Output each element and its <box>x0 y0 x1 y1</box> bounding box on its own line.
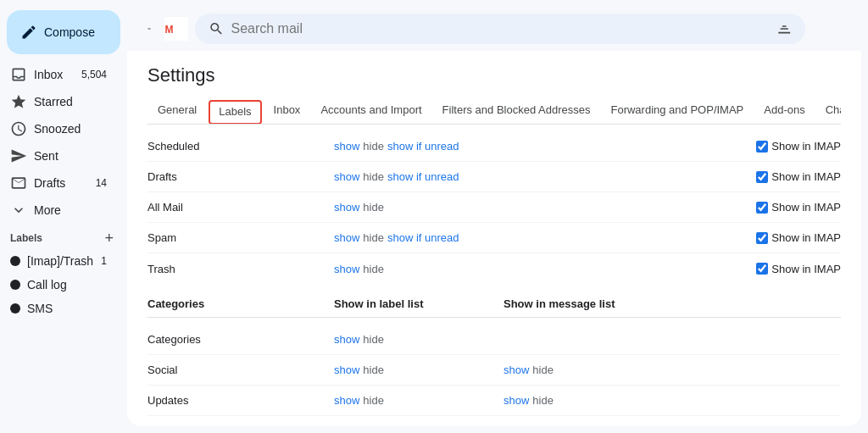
compose-icon <box>20 24 37 41</box>
table-row: Trash show hide Show in IMAP <box>147 253 841 284</box>
imap-label: Show in IMAP <box>771 140 841 153</box>
gmail-logo-icon: M <box>164 17 188 41</box>
table-row: Social show hide show hide <box>147 355 841 386</box>
add-label-button[interactable]: + <box>104 230 114 246</box>
tab-labels[interactable]: Labels <box>209 100 261 125</box>
imap-label: Show in IMAP <box>771 231 841 244</box>
sidebar: Compose Inbox 5,504 Starred Snoozed Sent <box>0 0 127 433</box>
show-link[interactable]: show <box>334 263 359 275</box>
star-icon <box>10 93 27 110</box>
show-link[interactable]: show <box>504 364 529 376</box>
imap-trash-badge: 1 <box>101 255 107 267</box>
hide-link[interactable]: hide <box>363 170 384 183</box>
hamburger-icon[interactable] <box>141 20 158 37</box>
category-label-actions: show hide <box>334 425 504 426</box>
category-name: Updates <box>147 394 334 407</box>
hide-link[interactable]: hide <box>363 263 384 275</box>
hide-text: hide <box>363 364 384 376</box>
label-dot-icon <box>10 280 20 290</box>
tab-accounts[interactable]: Accounts and Import <box>310 97 431 125</box>
hide-link[interactable]: hide <box>363 231 384 244</box>
tab-chat[interactable]: Chat and Meet <box>815 97 841 125</box>
sidebar-item-more[interactable]: More <box>0 197 120 224</box>
main-content: M Settings General Labels Inbox Accounts… <box>127 7 861 426</box>
table-row: Scheduled show hide show if unread Show … <box>147 131 841 162</box>
show-link[interactable]: show <box>504 394 529 407</box>
category-msg-actions: show hide <box>504 394 673 407</box>
show-link[interactable]: show <box>334 170 359 183</box>
category-label-actions: show hide <box>334 394 504 407</box>
sidebar-label-call-log[interactable]: Call log <box>0 273 120 297</box>
label-name: All Mail <box>147 201 334 214</box>
show-if-unread-link[interactable]: show if unread <box>387 170 459 183</box>
labels-title: Labels <box>10 232 42 244</box>
hide-text: hide <box>363 394 384 407</box>
search-input[interactable] <box>231 21 769 36</box>
categories-col3: Show in message list <box>504 297 673 310</box>
category-name: Social <box>147 364 334 376</box>
categories-table: Categories show hide Social show hide sh… <box>147 325 841 426</box>
imap-label: Show in IMAP <box>771 201 841 214</box>
categories-section-header: Categories Show in label list Show in me… <box>147 291 841 318</box>
hide-link[interactable]: hide <box>363 140 384 153</box>
hide-link[interactable]: hide <box>363 201 384 214</box>
show-link[interactable]: show <box>504 425 529 426</box>
show-link[interactable]: show <box>334 231 359 244</box>
sidebar-item-starred[interactable]: Starred <box>0 88 120 115</box>
sidebar-item-inbox[interactable]: Inbox 5,504 <box>0 61 120 88</box>
tab-inbox[interactable]: Inbox <box>264 97 311 125</box>
svg-text:M: M <box>165 24 174 36</box>
filter-icon[interactable] <box>776 20 792 37</box>
sidebar-item-drafts[interactable]: Drafts 14 <box>0 169 120 197</box>
search-box <box>195 14 805 44</box>
call-log-label: Call log <box>27 278 67 291</box>
table-row: Forums show hide show hide <box>147 416 841 426</box>
imap-checkbox[interactable] <box>756 232 768 244</box>
category-msg-actions: show hide <box>504 425 673 426</box>
imap-checkbox[interactable] <box>756 263 768 275</box>
imap-checkbox[interactable] <box>756 141 768 153</box>
sidebar-label-sms[interactable]: SMS <box>0 297 120 320</box>
compose-label: Compose <box>44 25 95 39</box>
show-if-unread-link[interactable]: show if unread <box>387 231 459 244</box>
label-show-hide-actions: show hide <box>334 201 384 214</box>
compose-button[interactable]: Compose <box>7 10 120 54</box>
label-dot-icon <box>10 303 20 314</box>
tab-forwarding[interactable]: Forwarding and POP/IMAP <box>600 97 754 125</box>
tab-general[interactable]: General <box>147 97 207 125</box>
show-if-unread-link[interactable]: show if unread <box>387 140 459 153</box>
show-link[interactable]: show <box>334 333 359 346</box>
show-link[interactable]: show <box>334 425 359 426</box>
show-link[interactable]: show <box>334 140 359 153</box>
show-link[interactable]: show <box>334 394 359 407</box>
labels-section-header: Labels + <box>0 224 127 249</box>
show-link[interactable]: show <box>334 364 359 376</box>
table-row: Drafts show hide show if unread Show in … <box>147 162 841 192</box>
imap-checkbox-container: Show in IMAP <box>756 170 841 183</box>
categories-col2: Show in label list <box>334 297 504 310</box>
show-link[interactable]: show <box>334 201 359 214</box>
label-name: Trash <box>147 263 334 275</box>
chevron-down-icon <box>10 202 27 219</box>
hide-text: hide <box>363 425 384 426</box>
categories-col1: Categories <box>147 297 334 310</box>
sidebar-label-imap-trash[interactable]: [Imap]/Trash 1 <box>0 249 120 273</box>
sidebar-item-sent[interactable]: Sent <box>0 142 120 169</box>
inbox-icon <box>10 66 27 83</box>
label-show-hide-actions: show hide show if unread <box>334 231 459 244</box>
imap-trash-label: [Imap]/Trash <box>27 254 93 268</box>
imap-checkbox[interactable] <box>756 202 768 214</box>
imap-checkbox[interactable] <box>756 171 768 183</box>
category-msg-actions: show hide <box>504 364 673 376</box>
tab-addons[interactable]: Add-ons <box>754 97 815 125</box>
category-name: Forums <box>147 425 334 426</box>
tab-filters[interactable]: Filters and Blocked Addresses <box>432 97 601 125</box>
sent-label: Sent <box>34 149 58 163</box>
category-label-actions: show hide <box>334 364 504 376</box>
hide-text: hide <box>363 333 384 346</box>
settings-panel: Settings General Labels Inbox Accounts a… <box>127 51 861 426</box>
search-icon <box>209 20 224 37</box>
category-name: Categories <box>147 333 334 346</box>
inbox-label: Inbox <box>34 68 63 81</box>
sidebar-item-snoozed[interactable]: Snoozed <box>0 115 120 142</box>
